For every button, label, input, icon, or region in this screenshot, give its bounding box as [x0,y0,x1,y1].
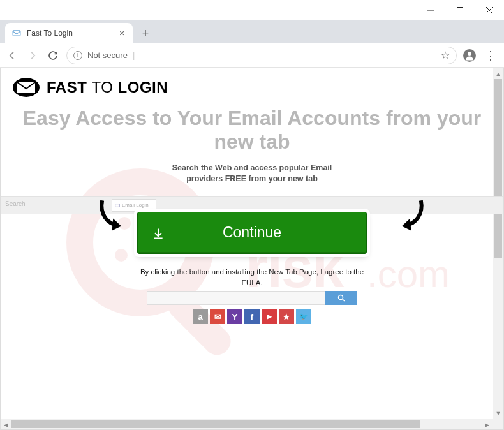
tab-favicon [11,28,22,38]
bookmark-star-icon[interactable]: ☆ [441,49,450,61]
back-button[interactable] [5,48,19,63]
youtube-icon[interactable]: ▶ [262,309,277,324]
continue-button-label: Continue [223,224,281,241]
eula-link[interactable]: EULA [241,279,260,286]
svg-rect-4 [13,31,20,36]
security-status-text: Not secure [87,50,128,60]
window-maximize-button[interactable] [445,0,475,20]
arrow-right-icon [399,198,427,236]
preview-search-label: Search [5,200,26,207]
site-logo-text: FAST TO LOGIN [47,78,168,96]
amazon-icon[interactable]: a [193,309,208,324]
preview-search-bar [1,291,503,305]
address-separator: | [133,50,135,60]
new-tab-button[interactable]: + [137,24,154,42]
window-minimize-button[interactable] [416,0,445,20]
browser-tab[interactable]: Fast To Login × [5,23,133,43]
window-close-button[interactable] [475,0,504,20]
address-bar[interactable]: i Not secure | ☆ [66,47,457,64]
gmail-icon[interactable]: ✉ [210,309,225,324]
arrow-left-icon [96,198,124,236]
svg-point-16 [339,295,343,300]
site-logo: FAST TO LOGIN [1,68,503,103]
svg-line-17 [343,299,345,302]
tab-strip: Fast To Login × + [0,20,504,43]
svg-point-5 [468,52,471,56]
twitter-icon[interactable]: 🐦 [296,309,311,324]
envelope-logo-icon [12,77,40,98]
facebook-icon[interactable]: f [244,309,260,324]
svg-rect-1 [457,8,463,13]
profile-avatar-icon[interactable] [463,49,476,62]
hero-subtitle: Search the Web and access popular Emailp… [13,163,491,185]
download-icon [152,226,165,244]
forward-button[interactable] [26,48,40,63]
browser-toolbar: i Not secure | ☆ ⋮ [0,43,504,68]
tab-close-icon[interactable]: × [117,28,126,38]
tab-title: Fast To Login [27,29,112,38]
page-viewport: risk .com FAST TO LOGIN Easy Access to Y… [0,68,504,430]
window-titlebar [0,0,504,20]
hero-heading: Easy Access to Your Email Accounts from … [13,107,491,154]
disclaimer-text: By clicking the button and installing th… [1,267,503,289]
reload-button[interactable] [46,48,60,63]
browser-menu-button[interactable]: ⋮ [482,48,499,63]
site-info-icon[interactable]: i [73,51,82,60]
star-icon[interactable]: ★ [279,309,294,324]
preview-search-button-icon [325,291,357,305]
provider-icon-row: a ✉ Y f ▶ ★ 🐦 [1,309,503,324]
continue-button[interactable]: Continue [137,212,367,254]
yahoo-icon[interactable]: Y [227,309,242,324]
